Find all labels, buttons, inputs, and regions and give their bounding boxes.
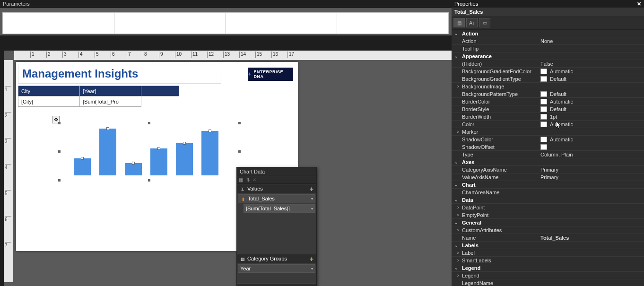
property-row[interactable]: (Hidden)False (452, 60, 644, 68)
property-value[interactable]: False (540, 61, 644, 67)
chevron-down-icon[interactable]: ⌄ (452, 220, 461, 225)
property-row[interactable]: >EmptyPoint (452, 211, 644, 219)
property-value[interactable]: Default (550, 76, 644, 82)
param-cell[interactable] (2, 12, 114, 34)
expander-icon[interactable]: > (452, 251, 461, 255)
chevron-down-icon[interactable]: ⌄ (452, 198, 461, 202)
resize-handle[interactable] (58, 179, 61, 182)
color-swatch[interactable] (540, 114, 547, 120)
chevron-down-icon[interactable]: ▾ (311, 197, 313, 201)
param-cell[interactable] (226, 12, 338, 34)
new-icon[interactable]: ▦ (239, 177, 243, 182)
property-group-header[interactable]: ⌄Action (452, 30, 644, 37)
close-icon[interactable]: ✕ (637, 1, 641, 7)
property-row[interactable]: BorderStyleDefault (452, 105, 644, 113)
resize-handle[interactable] (148, 122, 150, 124)
expander-icon[interactable]: > (452, 130, 461, 134)
property-row[interactable]: CategoryAxisNamePrimary (452, 166, 644, 173)
color-swatch[interactable] (540, 137, 547, 142)
chart-data-panel[interactable]: Chart Data ▦ ⇅ ✕ ΣValues + ▮Total_Sales … (236, 167, 317, 286)
expander-icon[interactable]: > (452, 84, 461, 89)
property-group-header[interactable]: ⌄Legend (452, 264, 644, 272)
matrix-header-cell[interactable]: City (18, 86, 80, 96)
color-swatch[interactable] (540, 106, 547, 112)
property-row[interactable]: BackgroundPatternTypeDefault (452, 90, 644, 98)
property-list[interactable]: ⌄ActionActionNoneToolTip⌄Appearance(Hidd… (452, 30, 644, 286)
chevron-down-icon[interactable]: ⌄ (452, 160, 461, 165)
property-row[interactable]: BorderWidth1pt (452, 113, 644, 121)
bar-handle[interactable] (209, 130, 211, 132)
property-group-header[interactable]: ⌄Appearance (452, 52, 644, 60)
property-row[interactable]: LegendName (452, 279, 644, 286)
property-pages-icon[interactable]: ▭ (479, 18, 490, 27)
expander-icon[interactable]: > (452, 258, 461, 263)
bar[interactable] (74, 158, 91, 175)
property-value[interactable]: Total_Sales (540, 235, 644, 241)
bar-handle[interactable] (132, 162, 135, 165)
property-row[interactable]: BackgroundGradientTypeDefault (452, 75, 644, 83)
property-group-header[interactable]: ⌄Labels (452, 242, 644, 249)
property-row[interactable]: >Legend (452, 272, 644, 279)
bar-handle[interactable] (183, 142, 186, 145)
expander-icon[interactable]: > (452, 205, 461, 210)
property-group-header[interactable]: ⌄Axes (452, 158, 644, 166)
category-field[interactable]: Year ▾ (238, 264, 315, 273)
chevron-down-icon[interactable]: ⌄ (452, 182, 461, 187)
properties-object-name[interactable]: Total_Sales (452, 8, 644, 16)
bar-handle[interactable] (81, 157, 84, 160)
property-row[interactable]: BorderColorAutomatic (452, 98, 644, 105)
matrix-cell[interactable]: [City] (18, 96, 80, 107)
parameters-grid[interactable] (3, 12, 449, 34)
property-row[interactable]: NameTotal_Sales (452, 234, 644, 242)
chart-bars[interactable] (74, 126, 235, 175)
matrix-cell[interactable]: [Sum(Total_Pro (80, 96, 141, 107)
alphabetical-icon[interactable]: A↓ (466, 18, 478, 27)
property-row[interactable]: ToolTip (452, 45, 644, 52)
property-row[interactable]: ValueAxisNamePrimary (452, 173, 644, 181)
color-swatch[interactable] (540, 76, 547, 82)
add-icon[interactable]: + (310, 257, 313, 261)
resize-handle[interactable] (58, 122, 61, 124)
property-row[interactable]: >BackgroundImage (452, 83, 644, 90)
property-value[interactable]: Default (550, 91, 644, 97)
property-row[interactable]: ChartAreaName (452, 189, 644, 196)
property-value[interactable]: Automatic (550, 99, 644, 104)
property-row[interactable]: >SmartLabels (452, 257, 644, 264)
property-group-header[interactable]: ⌄Chart (452, 181, 644, 189)
property-value[interactable]: Column, Plain (540, 152, 644, 157)
bar-handle[interactable] (106, 127, 109, 130)
property-value[interactable]: Primary (540, 174, 644, 180)
property-row[interactable]: >Label (452, 249, 644, 257)
value-field[interactable]: ▮Total_Sales ▾ (238, 194, 315, 203)
property-row[interactable]: ColorAutomatic (452, 121, 644, 128)
values-section-header[interactable]: ΣValues + (237, 184, 316, 193)
resize-handle[interactable] (238, 122, 241, 124)
bar[interactable] (99, 129, 116, 175)
bar[interactable] (176, 143, 193, 175)
chart[interactable]: ✥ (60, 123, 239, 180)
property-group-header[interactable]: ⌄General (452, 219, 644, 226)
category-section-header[interactable]: ▤Category Groups + (237, 254, 316, 263)
categorized-icon[interactable]: ▤ (453, 18, 465, 27)
property-row[interactable]: >Marker (452, 128, 644, 136)
series-section-header[interactable]: ▤Series Groups + (237, 283, 316, 286)
color-swatch[interactable] (540, 99, 547, 104)
expander-icon[interactable]: > (452, 213, 461, 217)
chevron-down-icon[interactable]: ▾ (311, 267, 313, 271)
property-value[interactable]: None (540, 38, 644, 44)
color-swatch[interactable] (540, 121, 547, 127)
color-swatch[interactable] (540, 91, 547, 97)
param-cell[interactable] (337, 12, 449, 34)
add-icon[interactable]: + (310, 187, 313, 191)
property-row[interactable]: >DataPoint (452, 204, 644, 211)
resize-handle[interactable] (238, 150, 241, 153)
property-row[interactable]: ShadowColorAutomatic (452, 136, 644, 143)
property-value[interactable]: Automatic (550, 137, 644, 142)
expander-icon[interactable]: > (452, 273, 461, 278)
property-value[interactable]: Default (550, 106, 644, 112)
expander-icon[interactable]: > (452, 228, 461, 233)
property-value[interactable]: Primary (540, 167, 644, 173)
matrix[interactable]: City [Year] [City] [Sum(Total_Pro (18, 86, 179, 107)
chevron-down-icon[interactable]: ⌄ (452, 266, 461, 270)
property-value[interactable]: Automatic (550, 121, 644, 127)
